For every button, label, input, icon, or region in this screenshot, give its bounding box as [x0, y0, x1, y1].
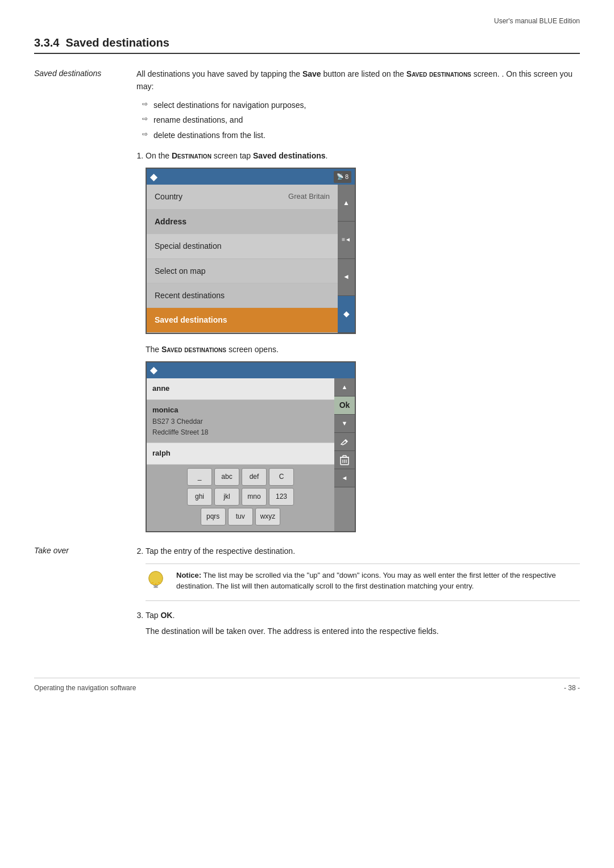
key-jkl[interactable]: jkl [214, 488, 239, 506]
sidebar-menu-btn[interactable]: ≡◄ [338, 222, 355, 258]
key-mno[interactable]: mno [242, 488, 267, 506]
screen1-caption: The Saved destinations screen opens. [146, 343, 580, 356]
notice-icon-area [146, 570, 168, 595]
notice-label: Notice: [176, 571, 201, 579]
notice-box: Notice: The list may be scrolled via the… [146, 564, 580, 601]
menu-saved-destinations[interactable]: Saved destinations [147, 308, 338, 332]
section-number: 3.3.4 [34, 36, 59, 49]
page-footer: Operating the navigation software - 38 - [34, 678, 580, 692]
ok-button[interactable]: Ok [334, 397, 355, 415]
key-wxyz[interactable]: wxyz [255, 508, 281, 525]
device-header-1: ◆ 📡 8 [147, 169, 355, 185]
key-ghi[interactable]: ghi [187, 488, 212, 506]
section-heading: Saved destinations [66, 36, 169, 49]
nav-icon-2: ◆ [150, 363, 157, 378]
manual-header: User's manual BLUE Edition [34, 17, 580, 25]
satellite-indicator: 📡 8 [334, 171, 351, 183]
notice-text: Notice: The list may be scrolled via the… [176, 570, 580, 592]
menu-items-list: Country Great Britain Address Special de… [147, 185, 338, 332]
device-header-2: ◆ [147, 362, 355, 378]
key-123[interactable]: 123 [269, 488, 294, 506]
margin-label-saved: Saved destinations [34, 69, 101, 78]
bullet-item-3: delete destinations from the list. [142, 129, 580, 141]
steps-list-2: Tap the entry of the respective destinat… [146, 545, 580, 637]
menu-recent-destinations[interactable]: Recent destinations [147, 283, 338, 308]
saved-item-anne[interactable]: anne [147, 378, 334, 400]
step3-detail: The destination will be taken over. The … [146, 625, 580, 637]
lightbulb-icon [146, 570, 166, 595]
bullet-item-2: rename destinations, and [142, 114, 580, 126]
delete-icon-btn[interactable] [334, 451, 355, 469]
key-tuv[interactable]: tuv [228, 508, 253, 525]
saved-item-monica[interactable]: monica BS27 3 Cheddar Redcliffe Street 1… [147, 400, 334, 443]
keyboard: _ abc def C ghi jkl mno [147, 465, 334, 532]
key-abc[interactable]: abc [214, 468, 239, 486]
device-screen-1: ◆ 📡 8 Country Great Britain [146, 168, 356, 333]
svg-rect-11 [154, 587, 158, 588]
key-def[interactable]: def [242, 468, 267, 486]
saved-list: anne monica BS27 3 Cheddar Redcliffe Str… [147, 378, 334, 465]
key-clear[interactable]: C [269, 468, 294, 486]
menu-special-destination[interactable]: Special destination [147, 234, 338, 258]
footer-right: - 38 - [564, 684, 580, 692]
nav-icon-1: ◆ [150, 170, 157, 185]
recent-label: Recent destinations [155, 289, 225, 302]
saved-up-btn[interactable]: ▲ [334, 378, 355, 397]
keyboard-row-1: _ abc def C [150, 468, 331, 486]
bullet-list: select destinations for navigation purpo… [142, 99, 580, 141]
address-label: Address [155, 215, 186, 228]
sidebar-top-btn[interactable]: ▲ [338, 185, 355, 222]
select-map-label: Select on map [155, 265, 206, 277]
section-title: 3.3.4 Saved destinations [34, 36, 580, 54]
screen1-sidebar: ▲ ≡◄ ◄ ◆ [338, 185, 355, 332]
menu-address[interactable]: Address [147, 210, 338, 234]
saved-item-ralph[interactable]: ralph [147, 443, 334, 465]
device-screen-2: ◆ anne monica BS27 3 Ched [146, 361, 356, 532]
footer-left: Operating the navigation software [34, 684, 136, 692]
steps-list: On the Destination screen tap Saved dest… [146, 149, 580, 532]
destination-menu: Country Great Britain Address Special de… [147, 185, 355, 332]
intro-paragraph: All destinations you have saved by tappi… [136, 68, 580, 93]
keyboard-row-2: ghi jkl mno 123 [150, 488, 331, 506]
saved-sidebar: ▲ Ok ▼ [334, 378, 355, 531]
margin-label-takeover: Take over [34, 546, 69, 555]
saved-down-btn[interactable]: ▼ [334, 415, 355, 433]
saved-label: Saved destinations [155, 314, 227, 326]
satellite-icon: 📡 [337, 172, 343, 181]
step-1: On the Destination screen tap Saved dest… [146, 149, 580, 532]
key-pqrs[interactable]: pqrs [201, 508, 226, 525]
sidebar-back-btn[interactable]: ◄ [338, 259, 355, 296]
svg-rect-10 [154, 585, 158, 586]
back-btn-2[interactable]: ◄ [334, 469, 355, 487]
special-label: Special destination [155, 240, 222, 252]
edit-icon-btn[interactable] [334, 433, 355, 451]
saved-list-area: anne monica BS27 3 Cheddar Redcliffe Str… [147, 378, 334, 531]
country-value: Great Britain [288, 191, 330, 203]
step-2: Tap the entry of the respective destinat… [146, 545, 580, 600]
key-underscore[interactable]: _ [187, 468, 212, 486]
sidebar-home-btn[interactable]: ◆ [338, 296, 355, 333]
keyboard-row-3: pqrs tuv wxyz [150, 508, 331, 525]
country-label: Country [155, 190, 182, 203]
menu-select-on-map[interactable]: Select on map [147, 259, 338, 283]
saved-screen-body: anne monica BS27 3 Cheddar Redcliffe Str… [147, 378, 355, 531]
step-3: Tap OK. The destination will be taken ov… [146, 609, 580, 638]
bullet-item-1: select destinations for navigation purpo… [142, 99, 580, 111]
menu-country[interactable]: Country Great Britain [147, 185, 338, 209]
notice-content: The list may be scrolled via the "up" an… [176, 571, 556, 591]
satellite-count: 8 [345, 172, 349, 182]
